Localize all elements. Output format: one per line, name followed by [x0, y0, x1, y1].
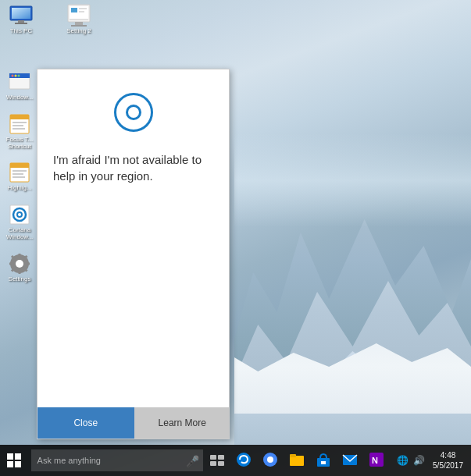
cortana-content: I'm afraid I'm not available to help in …	[37, 69, 229, 407]
svg-rect-42	[218, 455, 224, 460]
focus-icon	[8, 112, 31, 136]
svg-rect-9	[79, 11, 84, 12]
search-bar[interactable]: Ask me anything 🎤	[31, 449, 203, 471]
taskbar-file-explorer[interactable]	[284, 446, 309, 474]
system-tray: 🌐 🔊 4:48 5/5/2017	[392, 450, 471, 471]
close-button[interactable]: Close	[37, 407, 134, 439]
mail-icon	[342, 452, 358, 467]
svg-rect-44	[218, 461, 224, 466]
date-display: 5/5/2017	[433, 460, 463, 471]
svg-text:N: N	[372, 456, 378, 465]
taskbar-chrome[interactable]	[258, 446, 283, 474]
svg-rect-7	[71, 8, 77, 12]
desktop-icon-this-pc[interactable]: This PC	[4, 4, 38, 35]
svg-rect-26	[12, 173, 23, 175]
svg-point-47	[267, 456, 273, 463]
svg-rect-22	[12, 128, 25, 130]
svg-rect-3	[18, 20, 24, 23]
windows-logo-icon	[7, 453, 21, 467]
taskbar-apps: N	[228, 446, 392, 474]
taskbar: Ask me anything 🎤	[0, 445, 471, 476]
cortana-logo-inner	[126, 105, 141, 120]
start-button[interactable]	[0, 445, 28, 476]
svg-rect-2	[12, 8, 30, 19]
svg-point-16	[15, 75, 17, 77]
file-explorer-icon	[289, 452, 305, 467]
cortana-logo	[114, 93, 153, 132]
desktop-icon-settings[interactable]: Settings	[2, 252, 37, 283]
store-icon	[316, 452, 331, 467]
desktop-icon-focus[interactable]: Focus T...Shortcut	[2, 112, 37, 151]
svg-point-45	[237, 453, 251, 467]
desktop-icon-highlight[interactable]: Highlig...	[2, 161, 37, 192]
window1-icon	[8, 70, 31, 94]
svg-rect-4	[15, 23, 27, 24]
taskbar-store[interactable]	[311, 446, 336, 474]
svg-rect-24	[10, 163, 29, 168]
focus-label: Focus T...Shortcut	[6, 137, 34, 151]
svg-rect-10	[70, 19, 88, 20]
mist-layer	[234, 133, 471, 227]
svg-rect-21	[12, 125, 23, 126]
background-mountains	[234, 0, 471, 445]
svg-rect-27	[12, 176, 25, 178]
svg-rect-41	[210, 455, 216, 460]
svg-point-17	[18, 75, 20, 77]
svg-rect-19	[10, 115, 29, 119]
volume-icon[interactable]: 🔊	[413, 455, 425, 466]
taskbar-edge[interactable]	[231, 446, 256, 474]
svg-rect-11	[75, 22, 83, 25]
cortana-message: I'm afraid I'm not available to help in …	[53, 151, 213, 184]
highlight-label: Highlig...	[7, 185, 31, 192]
task-view-button[interactable]	[206, 445, 228, 476]
settings-icon	[8, 252, 31, 275]
svg-rect-36	[27, 262, 30, 265]
desktop: This PC Setting 2	[0, 0, 471, 476]
svg-rect-51	[321, 461, 326, 464]
window1-label: Window...	[6, 94, 34, 101]
clock[interactable]: 4:48 5/5/2017	[430, 450, 466, 471]
search-placeholder-text: Ask me anything	[37, 456, 186, 465]
desktop-icon-window1[interactable]: Window...	[2, 70, 37, 101]
settings-label: Settings	[9, 276, 31, 283]
cortana-buttons: Close Learn More	[37, 407, 230, 439]
svg-rect-33	[19, 254, 21, 257]
edge-icon	[236, 452, 252, 467]
taskbar-mail[interactable]	[337, 446, 362, 474]
computer-icon	[9, 4, 33, 27]
top-desktop-icons: This PC Setting 2	[4, 4, 96, 35]
svg-rect-34	[19, 271, 21, 274]
chrome-icon	[262, 452, 278, 467]
svg-rect-20	[12, 122, 27, 123]
svg-point-15	[12, 75, 14, 77]
network-icon[interactable]: 🌐	[397, 455, 409, 466]
left-desktop-icons: Window... Focus T...Shortcut	[2, 70, 37, 283]
settings2-label: Setting 2	[66, 28, 91, 35]
highlight-icon	[8, 161, 31, 184]
svg-rect-8	[79, 8, 87, 9]
cortana-label: CortanaWindow...	[6, 227, 34, 241]
microphone-icon[interactable]: 🎤	[186, 455, 197, 466]
desktop-icon-settings2[interactable]: Setting 2	[62, 4, 96, 35]
svg-rect-12	[71, 25, 87, 27]
task-view-icon	[210, 455, 224, 466]
svg-point-32	[16, 260, 23, 268]
this-pc-label: This PC	[10, 28, 32, 35]
learn-more-button[interactable]: Learn More	[134, 407, 230, 439]
desktop-icon-cortana[interactable]: CortanaWindow...	[2, 203, 37, 241]
svg-rect-43	[210, 461, 216, 466]
taskbar-onenote[interactable]: N	[364, 446, 389, 474]
svg-rect-49	[290, 454, 296, 457]
svg-rect-35	[9, 262, 12, 265]
time-display: 4:48	[441, 450, 455, 460]
onenote-icon: N	[369, 452, 384, 467]
settings2-icon	[67, 4, 91, 27]
cortana-panel: I'm afraid I'm not available to help in …	[37, 69, 230, 439]
svg-rect-25	[12, 170, 27, 172]
cortana-small-icon	[8, 203, 31, 226]
